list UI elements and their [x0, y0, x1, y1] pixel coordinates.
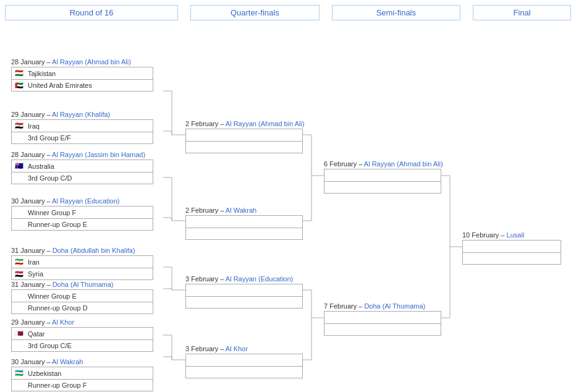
r2m2-title: 2 February – Al Wakrah — [185, 207, 303, 214]
r1m7-title: 29 January – Al Khor — [11, 318, 153, 326]
r1m1-name1: Tajikistan — [27, 70, 125, 77]
r1m1-flag1: 🇹🇯 — [12, 69, 27, 77]
r1-match8: 30 January – Al Wakrah 🇺🇿 Uzbekistan Run… — [11, 358, 153, 391]
r1m8-flag1: 🇺🇿 — [12, 369, 27, 377]
r1m8-title: 30 January – Al Wakrah — [11, 358, 153, 365]
r1m6-team2: Runner-up Group D — [11, 302, 153, 314]
r4m-venue[interactable]: Lusail — [507, 231, 525, 239]
r3m2-team1 — [324, 311, 441, 323]
r1m6-name2: Runner-up Group D — [27, 304, 125, 312]
r2m2-team2 — [185, 228, 303, 240]
r1m1-flag2: 🇦🇪 — [12, 82, 27, 90]
r3m1-venue[interactable]: Al Rayyan (Ahmad bin Ali) — [364, 160, 443, 168]
r1m8-name2: Runner-up Group F — [27, 381, 125, 389]
r1m7-flag1: 🇶🇦 — [12, 330, 27, 338]
r3m2-team2 — [324, 323, 441, 336]
r3m1-team2 — [324, 181, 441, 194]
r1m4-name2: Runner-up Group E — [27, 221, 125, 228]
r1-match4: 30 January – Al Rayyan (Education) Winne… — [11, 197, 153, 231]
header-r3: Semi-finals — [332, 5, 461, 20]
r2m1-team2 — [185, 141, 303, 153]
r2m3-team1 — [185, 284, 303, 296]
r1m5-venue[interactable]: Doha (Abdullah bin Khalifa) — [53, 247, 135, 254]
r3m2-title: 7 February – Doha (Al Thumama) — [324, 302, 441, 310]
header-r2: Quarter-finals — [190, 5, 320, 20]
r1m2-title: 29 January – Al Rayyan (Khalifa) — [11, 111, 153, 118]
header-r1: Round of 16 — [5, 5, 178, 20]
r3-match2: 7 February – Doha (Al Thumama) — [324, 302, 441, 336]
r3m1-title: 6 February – Al Rayyan (Ahmad bin Ali) — [324, 160, 443, 168]
r2-match2: 2 February – Al Wakrah — [185, 207, 303, 240]
r1m1-team1: 🇹🇯 Tajikistan — [11, 67, 153, 79]
r2m1-team1 — [185, 129, 303, 141]
r1m3-title: 28 January – Al Rayyan (Jassim bin Hamad… — [11, 151, 153, 158]
r3-match1: 6 February – Al Rayyan (Ahmad bin Ali) — [324, 160, 443, 194]
r1m3-team2: 3rd Group C/D — [11, 172, 153, 184]
r1m4-venue[interactable]: Al Rayyan (Education) — [52, 197, 119, 205]
r1m1-venue[interactable]: Al Rayyan (Ahmad bin Ali) — [52, 58, 131, 66]
r2m3-title: 3 February – Al Rayyan (Education) — [185, 275, 303, 283]
r1m6-name1: Winner Group E — [27, 292, 125, 300]
r2m1-venue[interactable]: Al Rayyan (Ahmad bin Ali) — [226, 120, 305, 127]
r3m2-venue[interactable]: Doha (Al Thumama) — [364, 302, 425, 310]
r1m1-title: 28 January – Al Rayyan (Ahmad bin Ali) — [11, 58, 153, 66]
r1m5-flag2: 🇸🇾 — [12, 270, 27, 278]
r4-match: 10 February – Lusail — [462, 231, 561, 265]
r1m1-team2: 🇦🇪 United Arab Emirates — [11, 79, 153, 92]
r1m8-team2: Runner-up Group F — [11, 379, 153, 391]
r1m5-team1: 🇮🇷 Iran — [11, 255, 153, 268]
bracket-body: 28 January – Al Rayyan (Ahmad bin Ali) 🇹… — [5, 24, 571, 392]
r2m1-title: 2 February – Al Rayyan (Ahmad bin Ali) — [185, 120, 305, 127]
r1m4-team2: Runner-up Group E — [11, 218, 153, 231]
r2m4-title: 3 February – Al Khor — [185, 345, 303, 352]
r2m4-venue[interactable]: Al Khor — [226, 345, 248, 352]
r1-match1: 28 January – Al Rayyan (Ahmad bin Ali) 🇹… — [11, 58, 153, 92]
r2m3-venue[interactable]: Al Rayyan (Education) — [226, 275, 293, 283]
r1m5-team2: 🇸🇾 Syria — [11, 268, 153, 280]
r1m7-venue[interactable]: Al Khor — [52, 318, 74, 326]
r1m3-venue[interactable]: Al Rayyan (Jassim bin Hamad) — [52, 151, 145, 158]
r1m2-venue[interactable]: Al Rayyan (Khalifa) — [52, 111, 110, 118]
r1m8-name1: Uzbekistan — [27, 370, 125, 377]
r1m2-team1: 🇮🇶 Iraq — [11, 119, 153, 132]
r4m-team1 — [462, 240, 561, 252]
r1m5-flag1: 🇮🇷 — [12, 258, 27, 266]
r1m3-flag1: 🇦🇺 — [12, 162, 27, 170]
r2m4-team2 — [185, 366, 303, 378]
r2m3-team2 — [185, 296, 303, 309]
r1m4-title: 30 January – Al Rayyan (Education) — [11, 197, 153, 205]
r4m-team2 — [462, 252, 561, 265]
r1m6-venue[interactable]: Doha (Al Thumama) — [53, 281, 114, 288]
r2-match4: 3 February – Al Khor — [185, 345, 303, 378]
r1m7-name1: Qatar — [27, 330, 125, 338]
r1m2-name2: 3rd Group E/F — [27, 134, 125, 142]
r2m2-team1 — [185, 215, 303, 228]
r1m8-venue[interactable]: Al Wakrah — [52, 358, 83, 365]
r1m5-name2: Syria — [27, 270, 125, 278]
r1m1-name2: United Arab Emirates — [27, 82, 125, 89]
header-r4: Final — [473, 5, 571, 20]
r1m5-name1: Iran — [27, 258, 125, 266]
r1-match3: 28 January – Al Rayyan (Jassim bin Hamad… — [11, 151, 153, 184]
r1m3-name1: Australia — [27, 163, 125, 170]
r1-match6: 31 January – Doha (Al Thumama) Winner Gr… — [11, 281, 153, 314]
r1m6-title: 31 January – Doha (Al Thumama) — [11, 281, 153, 288]
r1-match2: 29 January – Al Rayyan (Khalifa) 🇮🇶 Iraq… — [11, 111, 153, 144]
r1m2-team2: 3rd Group E/F — [11, 132, 153, 144]
round-headers: Round of 16 Quarter-finals Semi-finals F… — [5, 5, 571, 20]
r1m7-team1: 🇶🇦 Qatar — [11, 327, 153, 339]
r1m2-name1: Iraq — [27, 122, 125, 130]
r1m7-team2: 3rd Group C/E — [11, 339, 153, 352]
r1m3-name2: 3rd Group C/D — [27, 174, 125, 182]
r1-match7: 29 January – Al Khor 🇶🇦 Qatar 3rd Group … — [11, 318, 153, 352]
r1m3-team1: 🇦🇺 Australia — [11, 160, 153, 172]
r2m4-team1 — [185, 354, 303, 366]
r1m7-name2: 3rd Group C/E — [27, 342, 125, 349]
r1m2-flag1: 🇮🇶 — [12, 122, 27, 130]
r2-match1: 2 February – Al Rayyan (Ahmad bin Ali) — [185, 120, 305, 153]
r2-match3: 3 February – Al Rayyan (Education) — [185, 275, 303, 309]
bracket-page: Round of 16 Quarter-finals Semi-finals F… — [5, 5, 571, 392]
r2m2-venue[interactable]: Al Wakrah — [226, 207, 256, 214]
r1m4-name1: Winner Group F — [27, 209, 125, 216]
r3m1-team1 — [324, 169, 441, 181]
